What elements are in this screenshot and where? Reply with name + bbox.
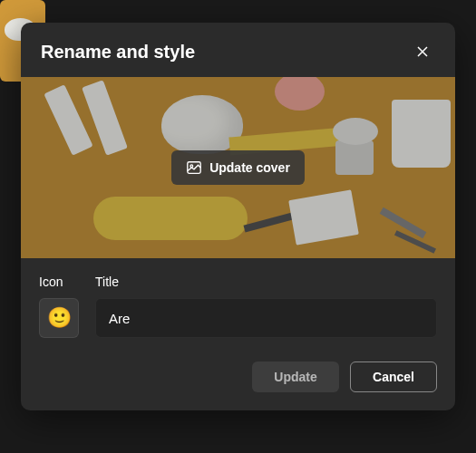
title-label: Title: [95, 275, 437, 289]
title-input[interactable]: [95, 298, 437, 338]
update-cover-label: Update cover: [209, 160, 290, 175]
icon-field-group: Icon 🙂: [39, 275, 83, 338]
modal-footer: Update Cancel: [21, 349, 455, 410]
icon-label: Icon: [39, 275, 83, 289]
image-icon: [186, 159, 202, 176]
svg-rect-0: [188, 162, 200, 174]
update-cover-button[interactable]: Update cover: [171, 150, 305, 185]
modal-header: Rename and style: [21, 23, 455, 77]
update-button[interactable]: Update: [252, 361, 339, 392]
cover-preview: Update cover: [21, 77, 455, 258]
close-icon: [415, 44, 430, 59]
svg-point-1: [190, 165, 193, 168]
modal-title: Rename and style: [41, 42, 195, 63]
title-field-group: Title: [95, 275, 437, 338]
cancel-button[interactable]: Cancel: [350, 361, 437, 392]
form-row: Icon 🙂 Title: [21, 258, 455, 349]
icon-picker[interactable]: 🙂: [39, 298, 79, 338]
rename-style-modal: Rename and style U: [21, 23, 455, 410]
close-button[interactable]: [410, 39, 435, 64]
